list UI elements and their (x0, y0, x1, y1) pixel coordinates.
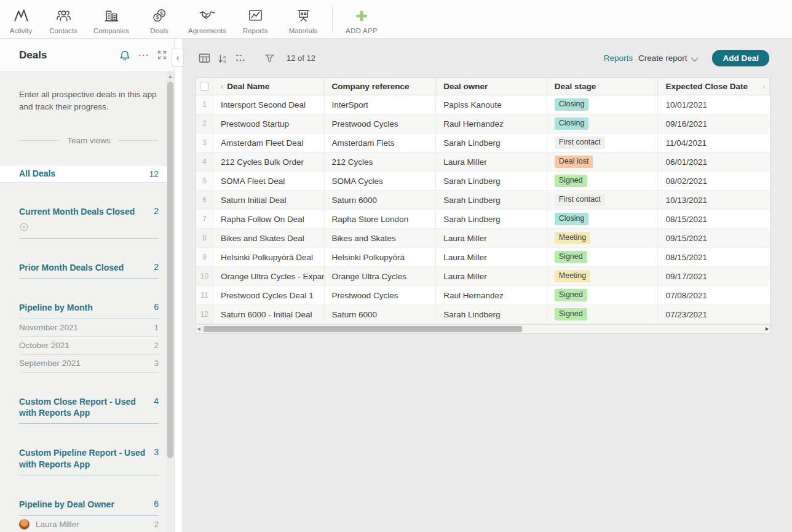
table-row[interactable]: 5SOMA Fleet DealSOMA CyclesSarah Lindber… (196, 172, 770, 191)
table-row[interactable]: 4212 Cycles Bulk Order212 CyclesLaura Mi… (196, 153, 770, 172)
subview-count: 3 (154, 359, 159, 368)
chevron-right-icon[interactable]: › (762, 82, 765, 91)
table-row[interactable]: 8Bikes and Skates DealBikes and SkatesLa… (196, 229, 770, 248)
column-header-deal-owner[interactable]: Deal owner (436, 78, 547, 95)
table-row[interactable]: 3Amsterdam Fleet DealAmsterdam FietsSara… (196, 133, 770, 153)
table-row[interactable]: 10Orange Ultra Cycles - ExpansionOrange … (196, 267, 770, 286)
horizontal-scrollbar[interactable] (196, 324, 770, 333)
deal-stage-badge: Signed (555, 251, 587, 263)
more-actions-icon[interactable] (235, 52, 247, 64)
view-label: All Deals (19, 168, 149, 179)
table-row[interactable]: 7Rapha Follow On DealRapha Store LondonS… (196, 210, 770, 229)
column-header-company-reference[interactable]: Company reference (325, 78, 437, 95)
sidebar-subview-laura-miller[interactable]: Laura Miller2 (19, 516, 159, 532)
subview-count: 1 (154, 323, 159, 332)
cell-deal-stage: Signed (547, 286, 659, 304)
nav-item-contacts[interactable]: Contacts (39, 0, 87, 38)
table-row[interactable]: 12Saturn 6000 - Initial DealSaturn 6000S… (196, 305, 770, 324)
cell-deal-owner: Laura Miller (436, 267, 547, 285)
sidebar-scrollbar[interactable] (167, 72, 174, 532)
view-count: 2 (154, 206, 159, 216)
cell-deal-owner: Sarah Lindberg (436, 191, 547, 209)
row-number: 5 (196, 172, 213, 190)
filter-icon[interactable] (264, 53, 275, 63)
sidebar-view-prior-month-deals-closed[interactable]: Prior Month Deals Closed2 (19, 262, 159, 279)
cell-deal-name: Prestwood Cycles Deal 1 (213, 286, 325, 304)
scroll-right-arrow[interactable] (766, 327, 769, 331)
scroll-left-arrow[interactable] (197, 327, 200, 331)
nav-item-activity[interactable]: Activity (2, 0, 39, 38)
sort-icon[interactable]: a 9 (217, 53, 228, 64)
add-app-label: ADD APP (346, 27, 378, 34)
nav-item-agreements[interactable]: Agreements (183, 0, 231, 38)
cell-deal-owner: Sarah Lindberg (436, 172, 547, 190)
table-row[interactable]: 9Helsinki Polkupyörä DealHelsinki Polkup… (196, 248, 770, 267)
cell-deal-name: Orange Ultra Cycles - Expansion (213, 267, 325, 285)
nav-item-deals[interactable]: $$Deals (135, 0, 183, 38)
column-header-deal-name[interactable]: ‹ Deal Name (213, 78, 325, 95)
divider-line (19, 140, 60, 141)
row-number: 11 (196, 286, 213, 304)
add-deal-button[interactable]: Add Deal (712, 50, 769, 66)
nav-item-reports[interactable]: Reports (231, 0, 279, 38)
sidebar-view-all-deals[interactable]: All Deals12 (0, 165, 174, 183)
sidebar-subview-september-2021[interactable]: September 20213 (19, 355, 159, 373)
column-header-deal-stage[interactable]: Deal stage (547, 78, 659, 95)
view-row: Current Month Deals Closed2 (19, 206, 159, 217)
column-label: Deal stage (555, 82, 596, 91)
sidebar: Deals ··· Enter all prospective deals in… (0, 39, 174, 532)
activity-icon (13, 7, 30, 25)
subview-label: September 2021 (19, 359, 154, 368)
subview-label: October 2021 (19, 341, 154, 350)
cell-company-reference: SOMA Cycles (325, 172, 437, 190)
sidebar-view-custom-pipeline-report-used-with-reports-app[interactable]: Custom Pipeline Report - Used with Repor… (19, 447, 159, 475)
expand-icon[interactable] (157, 50, 167, 60)
sidebar-view-custom-close-report-used-with-reports-app[interactable]: Custom Close Report - Used with Reports … (19, 396, 159, 424)
sidebar-subview-october-2021[interactable]: October 20212 (19, 337, 159, 355)
cell-company-reference: Prestwood Cycles (325, 286, 437, 304)
cell-deal-name: Saturn Initial Deal (213, 191, 325, 209)
column-header-expected-close-date[interactable]: Expected Close Date (658, 78, 770, 95)
nav-item-label: Materials (289, 27, 318, 34)
row-number: 10 (196, 267, 213, 285)
nav-item-companies[interactable]: Companies (87, 0, 135, 38)
sidebar-collapse-button[interactable]: ‹ (172, 49, 184, 67)
hscrollbar-thumb[interactable] (204, 326, 522, 332)
table-row[interactable]: 6Saturn Initial DealSaturn 6000Sarah Lin… (196, 191, 770, 210)
reports-icon (247, 7, 264, 25)
cell-expected-close-date: 10/13/2021 (658, 191, 770, 209)
chevron-left-icon[interactable]: ‹ (221, 82, 223, 91)
create-report-button[interactable]: Create report (638, 54, 687, 63)
scrollbar-thumb[interactable] (167, 82, 173, 458)
table-row[interactable]: 2Prestwood StartupPrestwood CyclesRaul H… (196, 114, 770, 133)
subview-label: November 2021 (19, 323, 154, 332)
subview-label: Laura Miller (36, 520, 154, 529)
deal-stage-badge: Signed (555, 175, 587, 187)
sidebar-view-pipeline-by-deal-owner[interactable]: Pipeline by Deal Owner6 (19, 499, 159, 515)
cell-company-reference: Rapha Store London (325, 210, 437, 228)
sidebar-subview-november-2021[interactable]: November 20211 (19, 319, 159, 337)
cell-deal-stage: First contact (547, 191, 659, 209)
table-view-icon[interactable] (199, 52, 210, 64)
more-options-icon[interactable]: ··· (138, 52, 149, 58)
chevron-down-icon[interactable] (691, 54, 699, 65)
sidebar-view-pipeline-by-month[interactable]: Pipeline by Month6 (19, 302, 159, 319)
scroll-up-arrow[interactable] (168, 75, 172, 78)
table-row[interactable]: 1Intersport Second DealInterSportPapiss … (196, 95, 770, 114)
row-number: 3 (196, 133, 213, 152)
bell-icon[interactable] (119, 50, 130, 61)
top-app-bar: ActivityContactsCompanies$$DealsAgreemen… (0, 0, 792, 39)
add-app-button[interactable]: ADD APP (338, 0, 386, 38)
cell-deal-stage: Closing (547, 210, 659, 228)
table-row[interactable]: 11Prestwood Cycles Deal 1Prestwood Cycle… (196, 286, 770, 305)
calculation-icon (19, 223, 29, 234)
select-all-checkbox[interactable] (200, 82, 209, 91)
svg-text:9: 9 (223, 59, 226, 64)
nav-item-materials[interactable]: Materials (279, 0, 327, 38)
row-number: 12 (196, 305, 213, 324)
row-number: 1 (196, 95, 213, 114)
cell-expected-close-date: 11/04/2021 (658, 133, 770, 152)
reports-link[interactable]: Reports (604, 54, 633, 63)
cell-deal-name: Intersport Second Deal (213, 95, 325, 114)
sidebar-view-current-month-deals-closed[interactable]: Current Month Deals Closed2 (19, 206, 159, 238)
